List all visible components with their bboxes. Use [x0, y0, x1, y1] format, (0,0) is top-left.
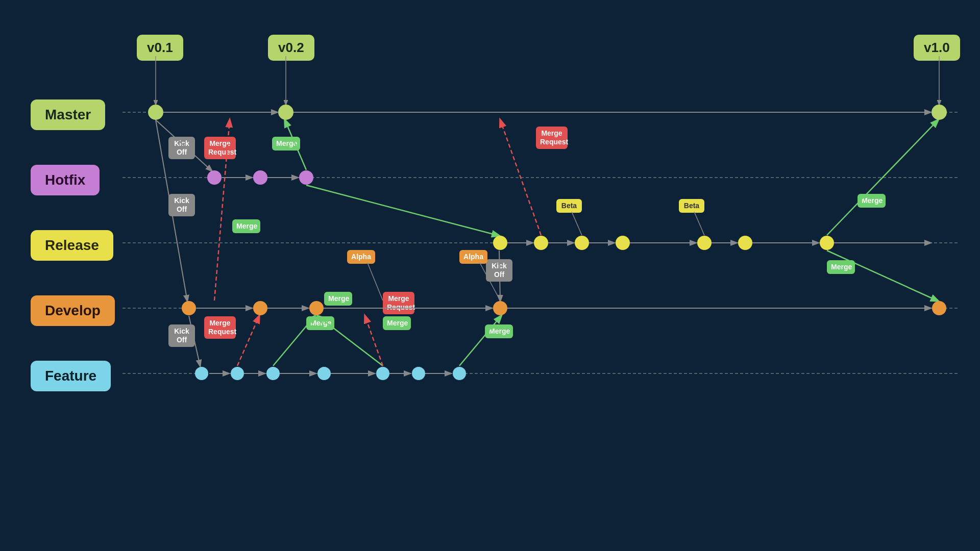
svg-point-49	[279, 105, 293, 119]
svg-line-37	[459, 316, 501, 366]
diagram-container: Master Hotfix Release Develop Feature v0…	[0, 0, 980, 551]
svg-point-68	[267, 367, 279, 380]
svg-line-46	[368, 263, 383, 300]
svg-point-53	[300, 171, 313, 184]
svg-point-66	[195, 367, 208, 380]
svg-point-67	[231, 367, 243, 380]
svg-point-61	[182, 302, 195, 315]
svg-line-39	[827, 251, 938, 301]
svg-point-51	[208, 171, 221, 184]
svg-point-55	[534, 236, 548, 249]
svg-point-56	[575, 236, 589, 249]
svg-point-60	[820, 236, 834, 249]
svg-line-30	[156, 120, 187, 301]
svg-line-29	[156, 120, 212, 171]
svg-line-36	[317, 316, 383, 366]
svg-line-35	[273, 316, 315, 366]
svg-line-33	[285, 120, 306, 170]
svg-point-72	[453, 367, 465, 380]
svg-line-47	[480, 263, 500, 300]
svg-line-41	[214, 120, 230, 300]
svg-line-34	[306, 185, 499, 236]
svg-line-32	[499, 251, 500, 301]
svg-point-63	[310, 302, 323, 315]
svg-line-40	[237, 316, 259, 366]
svg-point-54	[494, 236, 507, 249]
svg-point-52	[254, 171, 267, 184]
svg-line-45	[694, 212, 704, 235]
svg-line-31	[189, 316, 200, 366]
svg-point-69	[318, 367, 330, 380]
svg-line-44	[572, 212, 582, 235]
svg-point-57	[616, 236, 629, 249]
diagram-svg	[0, 0, 980, 551]
svg-point-65	[933, 302, 946, 315]
svg-point-58	[698, 236, 711, 249]
svg-point-71	[412, 367, 425, 380]
svg-point-64	[494, 302, 507, 315]
svg-point-59	[739, 236, 752, 249]
svg-point-50	[932, 105, 946, 119]
svg-point-62	[254, 302, 267, 315]
svg-point-48	[149, 105, 163, 119]
svg-point-70	[377, 367, 389, 380]
